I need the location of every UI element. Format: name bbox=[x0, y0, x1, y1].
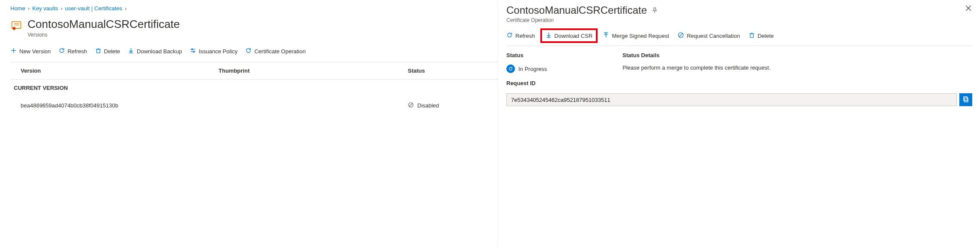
request-cancel-button[interactable]: Request Cancellation bbox=[678, 32, 740, 40]
certificate-operation-button[interactable]: Certificate Operation bbox=[245, 47, 305, 55]
breadcrumb: Home › Key vaults › user-vault | Certifi… bbox=[10, 5, 499, 12]
refresh-button[interactable]: Refresh bbox=[59, 47, 87, 55]
request-id-label: Request ID bbox=[506, 80, 972, 86]
pane-subtitle: Certificate Operation bbox=[506, 17, 658, 23]
delete-button[interactable]: Delete bbox=[95, 47, 120, 55]
svg-line-25 bbox=[679, 34, 683, 37]
delete-label: Delete bbox=[104, 48, 120, 55]
col-thumbprint: Thumbprint bbox=[219, 67, 408, 74]
download-icon bbox=[128, 47, 134, 55]
sliders-icon bbox=[190, 47, 196, 55]
svg-rect-29 bbox=[965, 98, 968, 102]
download-backup-button[interactable]: Download Backup bbox=[128, 47, 182, 55]
cell-version: bea4869659ad4074b0cb38f04915130b bbox=[21, 102, 219, 109]
plus-icon bbox=[10, 47, 17, 55]
col-version: Version bbox=[21, 67, 219, 74]
svg-rect-26 bbox=[750, 34, 754, 37]
col-status: Status bbox=[408, 67, 494, 74]
new-version-button[interactable]: New Version bbox=[10, 47, 51, 55]
request-cancel-label: Request Cancellation bbox=[687, 33, 740, 39]
cert-operation-pane: ContosoManualCSRCertificate Certificate … bbox=[498, 0, 980, 248]
trash-icon bbox=[749, 32, 755, 40]
page-title: ContosoManualCSRCertificate bbox=[28, 18, 180, 31]
trash-icon bbox=[95, 47, 102, 55]
copy-icon bbox=[962, 96, 969, 104]
status-details-label: Status Details bbox=[623, 52, 972, 58]
main-toolbar: New Version Refresh Delete Download Back… bbox=[10, 47, 499, 59]
pane-refresh-label: Refresh bbox=[515, 33, 535, 39]
disabled-icon bbox=[408, 102, 414, 109]
svg-rect-30 bbox=[964, 97, 967, 101]
merge-signed-label: Merge Signed Request bbox=[612, 33, 669, 39]
main-content: Home › Key vaults › user-vault | Certifi… bbox=[0, 0, 499, 248]
copy-button[interactable] bbox=[959, 93, 972, 106]
close-icon[interactable] bbox=[965, 4, 972, 12]
svg-rect-6 bbox=[96, 49, 100, 53]
table-section-current: CURRENT VERSION bbox=[10, 80, 499, 96]
table-row[interactable]: bea4869659ad4074b0cb38f04915130b Disable… bbox=[10, 96, 499, 114]
pane-delete-label: Delete bbox=[758, 33, 774, 39]
refresh-label: Refresh bbox=[68, 48, 87, 55]
issuance-policy-button[interactable]: Issuance Policy bbox=[190, 47, 237, 55]
upload-icon bbox=[603, 32, 609, 40]
refresh-icon bbox=[506, 32, 513, 40]
certificate-icon bbox=[10, 19, 22, 31]
pin-icon[interactable] bbox=[651, 7, 658, 14]
pane-title: ContosoManualCSRCertificate bbox=[506, 4, 647, 16]
download-backup-label: Download Backup bbox=[137, 48, 182, 55]
chevron-right-icon: › bbox=[28, 5, 30, 12]
status-value-text: In Progress bbox=[518, 66, 547, 72]
page-subtitle: Versions bbox=[28, 32, 180, 38]
cancel-icon bbox=[678, 32, 684, 40]
cell-status: Disabled bbox=[417, 102, 439, 109]
request-id-field[interactable] bbox=[506, 93, 957, 106]
refresh-icon bbox=[59, 47, 65, 55]
breadcrumb-certificates[interactable]: user-vault | Certificates bbox=[65, 5, 122, 12]
status-label: Status bbox=[506, 52, 623, 58]
versions-table: Version Thumbprint Status CURRENT VERSIO… bbox=[10, 62, 499, 114]
new-version-label: New Version bbox=[19, 48, 51, 55]
breadcrumb-keyvaults[interactable]: Key vaults bbox=[32, 5, 58, 12]
breadcrumb-home[interactable]: Home bbox=[10, 5, 25, 12]
pane-delete-button[interactable]: Delete bbox=[749, 32, 774, 40]
issuance-policy-label: Issuance Policy bbox=[199, 48, 237, 55]
status-details-value: Please perform a merge to complete this … bbox=[623, 64, 972, 73]
chevron-right-icon: › bbox=[125, 5, 126, 12]
pane-refresh-button[interactable]: Refresh bbox=[506, 32, 535, 40]
status-value: In Progress bbox=[506, 64, 623, 73]
download-csr-button[interactable]: Download CSR bbox=[540, 28, 598, 43]
chevron-right-icon: › bbox=[61, 5, 62, 12]
cert-op-icon bbox=[245, 47, 252, 55]
sync-icon bbox=[506, 64, 515, 73]
certificate-operation-label: Certificate Operation bbox=[254, 48, 305, 55]
download-csr-label: Download CSR bbox=[555, 33, 593, 39]
merge-signed-button[interactable]: Merge Signed Request bbox=[603, 32, 669, 40]
svg-line-16 bbox=[410, 104, 413, 107]
pane-toolbar: Refresh Download CSR Merge Signed Reques… bbox=[506, 30, 972, 46]
download-icon bbox=[545, 32, 552, 40]
